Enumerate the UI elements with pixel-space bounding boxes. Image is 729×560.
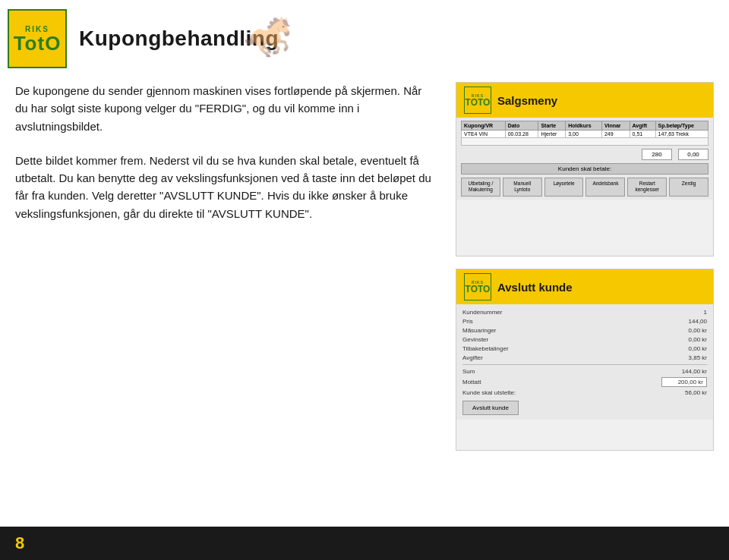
main-content: De kupongene du sender gjennom maskinen … xyxy=(0,74,729,451)
salgsmeny-header: RIKS TOTO Salgsmeny xyxy=(456,83,713,118)
footer: 8 xyxy=(0,527,729,560)
value-pris: 144,00 xyxy=(689,318,707,325)
btn-utbetaling[interactable]: Utbetaling /Makulering xyxy=(461,178,500,197)
table-row-empty xyxy=(462,138,708,146)
avslutt-body: Kundenummer 1 Pris 144,00 Mãsuaringer 0,… xyxy=(456,304,713,420)
col-header-dato: Dato xyxy=(505,121,538,131)
amount-box-1: 280 xyxy=(642,149,672,160)
avslutt-row-mottatt: Mottatt 200,00 kr xyxy=(462,377,707,387)
btn-manuell[interactable]: ManuellLyntoto xyxy=(503,178,542,197)
col-header-avgift: Avgift xyxy=(630,121,655,131)
btn-zerdig[interactable]: Zerdig xyxy=(669,178,708,197)
value-tilbakebetalinger: 0,00 kr xyxy=(689,345,707,352)
avslutt-row-gevinster: Gevinster 0,00 kr xyxy=(462,336,707,343)
value-gevinster: 0,00 kr xyxy=(689,336,707,343)
logo-toto-text: TotO xyxy=(14,33,62,53)
header: RIKS TotO Kupongbehandling xyxy=(0,0,729,74)
salgsmeny-panel: RIKS TOTO Salgsmeny Kupong/VR Dato Start… xyxy=(456,82,714,256)
value-avgifter: 3,85 kr xyxy=(689,354,707,361)
label-mottatt: Mottatt xyxy=(462,379,481,385)
avslutt-row-kundenummer: Kundenummer 1 xyxy=(462,309,707,316)
cell-kupong: VTE4 VIN xyxy=(462,131,506,138)
salgsmeny-body: Kupong/VR Dato Starte Holdkurs Vinnar Av… xyxy=(456,118,713,200)
salgsmeny-title: Salgsmeny xyxy=(497,94,557,107)
label-kundenummer: Kundenummer xyxy=(462,309,502,316)
value-kunde-skal-utstette: 56,00 kr xyxy=(685,389,707,396)
cell-holdkurs: 3,00 xyxy=(566,131,602,138)
label-sum: Sum xyxy=(462,368,475,375)
paragraph-1: De kupongene du sender gjennom maskinen … xyxy=(15,82,433,135)
page-number: 8 xyxy=(15,533,24,553)
input-mottatt[interactable]: 200,00 kr xyxy=(661,377,707,387)
value-masuaringer: 0,00 kr xyxy=(689,327,707,334)
label-gevinster: Gevinster xyxy=(462,336,488,343)
table-header-row: Kupong/VR Dato Starte Holdkurs Vinnar Av… xyxy=(462,121,708,131)
screenshots-column: RIKS TOTO Salgsmeny Kupong/VR Dato Start… xyxy=(456,82,714,451)
cell-spbelop: 147,63 Trekk xyxy=(655,131,708,138)
table-row: VTE4 VIN 00.03.28 Hjerter 3,00 249 0,51 … xyxy=(462,131,708,138)
label-kunde-skal-utstette: Kunde skal utstette: xyxy=(462,389,516,396)
amount-box-2: 0,00 xyxy=(678,149,708,160)
text-block-2: Dette bildet kommer frem. Nederst vil du… xyxy=(15,152,433,222)
label-tilbakebetalinger: Tilbakebetalinger xyxy=(462,345,509,352)
label-avgifter: Avgifter xyxy=(462,354,483,361)
col-header-starte: Starte xyxy=(538,121,566,131)
avslutt-row-sum: Sum 144,00 kr xyxy=(462,368,707,375)
text-block-1: De kupongene du sender gjennom maskinen … xyxy=(15,82,433,135)
avslutt-row-kunde-skal: Kunde skal utstette: 56,00 kr xyxy=(462,389,707,396)
col-header-spbelop: Sp.beløp/Type xyxy=(655,121,708,131)
value-kundenummer: 1 xyxy=(704,309,707,316)
avslutt-row-tilbake: Tilbakebetalinger 0,00 kr xyxy=(462,345,707,352)
avslutt-row-avgifter: Avgifter 3,85 kr xyxy=(462,354,707,361)
col-header-vinnar: Vinnar xyxy=(601,121,630,131)
btn-restart[interactable]: Restartkenglesser xyxy=(627,178,667,197)
logo: RIKS TotO xyxy=(8,9,67,68)
avslutt-header: RIKS TOTO Avslutt kunde xyxy=(456,269,713,304)
salgsmeny-table: Kupong/VR Dato Starte Holdkurs Vinnar Av… xyxy=(461,121,708,146)
salgsmeny-button-row[interactable]: Utbetaling /Makulering ManuellLyntoto Lø… xyxy=(461,178,708,197)
avslutt-row-masuaringer: Mãsuaringer 0,00 kr xyxy=(462,327,707,334)
value-sum: 144,00 kr xyxy=(682,368,707,375)
kunde-skal-betale-label: Kunden skal betale: xyxy=(461,163,708,175)
paragraph-2: Dette bildet kommer frem. Nederst vil du… xyxy=(15,152,433,222)
cell-vinnar: 249 xyxy=(601,131,630,138)
cell-dato: 00.03.28 xyxy=(505,131,538,138)
salgsmeny-logo: RIKS TOTO xyxy=(464,87,491,114)
avslutt-row-pris: Pris 144,00 xyxy=(462,318,707,325)
avslutt-title: Avslutt kunde xyxy=(497,281,573,294)
cell-starte: Hjerter xyxy=(538,131,566,138)
avslutt-mini-toto: TOTO xyxy=(465,285,491,294)
cell-avgift: 0,51 xyxy=(630,131,655,138)
col-header-kupong: Kupong/VR xyxy=(462,121,506,131)
page-title: Kupongbehandling xyxy=(79,27,279,51)
label-pris: Pris xyxy=(462,318,473,325)
btn-andelsbank[interactable]: Andelsbank xyxy=(585,178,625,197)
avslutt-logo: RIKS TOTO xyxy=(464,273,491,300)
col-header-holdkurs: Holdkurs xyxy=(566,121,602,131)
mini-logo-toto: TOTO xyxy=(465,98,491,107)
divider xyxy=(462,364,707,365)
label-masuaringer: Mãsuaringer xyxy=(462,327,496,334)
btn-loysetele[interactable]: Løysetele xyxy=(544,178,584,197)
text-column: De kupongene du sender gjennom maskinen … xyxy=(15,82,440,451)
avslutt-kunde-button[interactable]: Avslutt kunde xyxy=(462,401,519,415)
amount-row: 280 0,00 xyxy=(461,149,708,160)
avslutt-panel: RIKS TOTO Avslutt kunde Kundenummer 1 Pr… xyxy=(456,269,714,451)
